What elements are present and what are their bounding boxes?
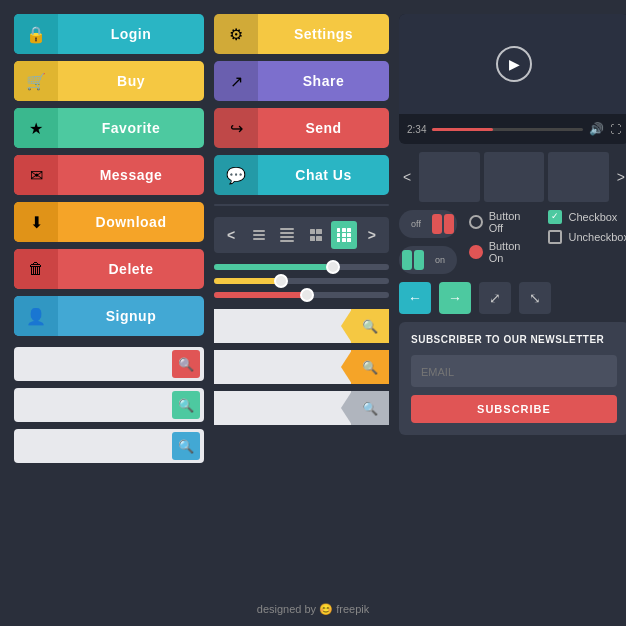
signup-label: Signup [58, 308, 204, 324]
search-bar-arrow-2: 🔍 [214, 350, 389, 384]
buy-button[interactable]: 🛒 Buy [14, 61, 204, 101]
thumbnail-3[interactable] [548, 152, 609, 202]
main-container: 🔒 Login 🛒 Buy ★ Favorite ✉ Message ⬇ Dow… [0, 0, 626, 626]
slider-1[interactable] [214, 264, 389, 270]
expand-btn[interactable]: ⤢ [479, 282, 511, 314]
message-button[interactable]: ✉ Message [14, 155, 204, 195]
radio-button-on[interactable]: Button On [469, 240, 536, 264]
search-arrow-input-1[interactable] [222, 319, 351, 333]
toggle-on-knobs [402, 250, 424, 270]
compress-btn[interactable]: ⤡ [519, 282, 551, 314]
fullscreen-icon[interactable]: ⛶ [610, 123, 621, 135]
download-label: Download [58, 214, 204, 230]
radio-button-off[interactable]: Button Off [469, 210, 536, 234]
email-input[interactable] [421, 366, 607, 378]
video-time: 2:34 [407, 124, 426, 135]
favorite-button[interactable]: ★ Favorite [14, 108, 204, 148]
search-icon-3: 🔍 [178, 439, 194, 454]
knob-1 [432, 214, 442, 234]
video-screen: ▶ [399, 14, 626, 114]
favorite-label: Favorite [58, 120, 204, 136]
lock-icon: 🔒 [14, 14, 58, 54]
search-arrow-icon-2: 🔍 [362, 360, 378, 375]
subscribe-button[interactable]: SUBSCRIBE [411, 395, 617, 423]
progress-bar[interactable] [432, 128, 583, 131]
send-label: Send [258, 120, 389, 136]
view-next[interactable]: > [359, 221, 385, 249]
search-arrow-icon-1: 🔍 [362, 319, 378, 334]
video-player: ▶ 2:34 🔊 ⛶ [399, 14, 626, 144]
search-btn-2[interactable]: 🔍 [172, 391, 200, 419]
grid-3-icon [337, 228, 351, 242]
slider-2[interactable] [214, 278, 389, 284]
view-grid-2[interactable] [303, 221, 329, 249]
trash-icon: 🗑 [14, 249, 58, 289]
envelope-icon: ✉ [14, 155, 58, 195]
send-button[interactable]: ↪ Send [214, 108, 389, 148]
play-button[interactable]: ▶ [496, 46, 532, 82]
search-input-1[interactable] [22, 357, 172, 371]
arrow-right-btn[interactable]: → [439, 282, 471, 314]
knob-green-2 [414, 250, 424, 270]
toggle-off-label: off [402, 219, 430, 229]
star-icon: ★ [14, 108, 58, 148]
message-label: Message [58, 167, 204, 183]
thumb-next[interactable]: > [613, 167, 626, 187]
search-btn-3[interactable]: 🔍 [172, 432, 200, 460]
search-arrow-input-3[interactable] [222, 401, 351, 415]
chat-button[interactable]: 💬 Chat Us [214, 155, 389, 195]
checkbox-checked[interactable]: Checkbox [548, 210, 626, 224]
view-grid-4[interactable] [331, 221, 357, 249]
newsletter-title: SUBSCRIBER TO OUR NEWSLETTER [411, 334, 617, 345]
video-controls: 2:34 🔊 ⛶ [399, 114, 626, 144]
thumb-prev[interactable]: < [399, 167, 415, 187]
download-button[interactable]: ⬇ Download [14, 202, 204, 242]
knob-2 [444, 214, 454, 234]
download-icon: ⬇ [14, 202, 58, 242]
thumbnail-2[interactable] [484, 152, 545, 202]
search-arrow-btn-3[interactable]: 🔍 [351, 391, 389, 425]
radio-circle-off [469, 215, 483, 229]
email-input-wrap [411, 355, 617, 387]
attribution: designed by 😊 freepik [257, 603, 369, 616]
search-bg-1 [214, 309, 351, 343]
uncheckbox-label: Uncheckbox [568, 231, 626, 243]
progress-fill [432, 128, 492, 131]
volume-icon[interactable]: 🔊 [589, 122, 604, 136]
search-arrow-btn-1[interactable]: 🔍 [351, 309, 389, 343]
thumbnail-1[interactable] [419, 152, 480, 202]
checkbox-section: Checkbox Uncheckbox [548, 210, 626, 244]
view-prev[interactable]: < [218, 221, 244, 249]
search-arrow-btn-2[interactable]: 🔍 [351, 350, 389, 384]
search-bar-arrow-3: 🔍 [214, 391, 389, 425]
signup-button[interactable]: 👤 Signup [14, 296, 204, 336]
toggle-off-knobs [432, 214, 454, 234]
share-label: Share [258, 73, 389, 89]
view-list-1[interactable] [246, 221, 272, 249]
settings-button[interactable]: ⚙ Settings [214, 14, 389, 54]
share-button[interactable]: ↗ Share [214, 61, 389, 101]
toggle-section: off on [399, 210, 457, 274]
search-input-3[interactable] [22, 439, 172, 453]
toggle-on[interactable]: on [399, 246, 457, 274]
search-input-2[interactable] [22, 398, 172, 412]
checkbox-checked-sq [548, 210, 562, 224]
search-btn-1[interactable]: 🔍 [172, 350, 200, 378]
search-arrow-input-2[interactable] [222, 360, 351, 374]
login-button[interactable]: 🔒 Login [14, 14, 204, 54]
view-list-2[interactable] [274, 221, 300, 249]
buy-label: Buy [58, 73, 204, 89]
delete-label: Delete [58, 261, 204, 277]
delete-button[interactable]: 🗑 Delete [14, 249, 204, 289]
checkbox-unchecked-sq [548, 230, 562, 244]
arrow-left-btn[interactable]: ← [399, 282, 431, 314]
toggle-off[interactable]: off [399, 210, 457, 238]
grid-2-icon [310, 229, 322, 241]
checkbox-unchecked[interactable]: Uncheckbox [548, 230, 626, 244]
search-bg-3 [214, 391, 351, 425]
slider-3[interactable] [214, 292, 389, 298]
search-arrow-icon-3: 🔍 [362, 401, 378, 416]
arrow-nav: ← → ⤢ ⤡ [399, 282, 626, 314]
radio-section: Button Off Button On [469, 210, 536, 264]
attribution-text: designed by [257, 603, 316, 615]
